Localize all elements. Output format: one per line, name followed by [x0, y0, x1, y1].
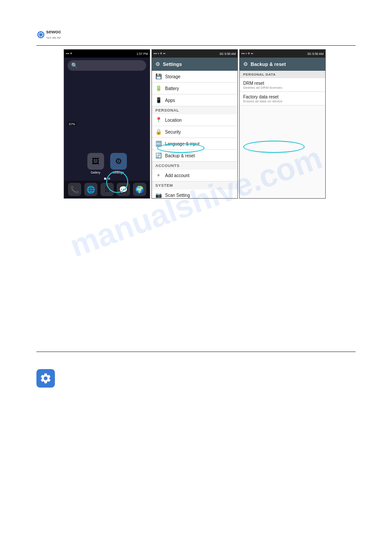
scan-icon: 📷 [155, 192, 162, 198]
dot-active [104, 178, 106, 180]
page-dots [104, 178, 110, 180]
settings-item-language[interactable]: 🔤 Language & input [152, 138, 237, 150]
battery-label: Battery [165, 86, 179, 91]
settings-item-security[interactable]: 🔒 Security [152, 126, 237, 138]
home-search-bar[interactable]: 🔍 [68, 60, 146, 71]
screenshots-container: ▪▪▪ ✈ 1:57 PM 🔍 67% 🖼 Gallery ⚙ Settings [64, 49, 326, 199]
backup-screen: ▪▪▪ ▪ ✈ ▪▪ 3G 9:56 AM ⚙ Backup & reset P… [239, 49, 326, 199]
drm-reset-subtitle: Deletes all DRM licenses [243, 86, 322, 90]
apps-dock-icon[interactable]: ⠿ [101, 183, 114, 196]
search-icon: 🔍 [71, 62, 78, 69]
factory-reset-item[interactable]: Factory data reset Erases all data on de… [240, 92, 325, 105]
settings-item-scan[interactable]: 📷 Scan Setting [152, 189, 237, 199]
add-account-icon: + [155, 172, 162, 178]
backup-icon: 🔄 [155, 152, 162, 159]
settings-icon-item[interactable]: ⚙ Settings [110, 153, 127, 174]
language-label: Language & input [165, 141, 199, 146]
status-time-3: 3G 9:56 AM [307, 52, 324, 55]
battery-icon: 🔋 [155, 85, 162, 91]
backup-header-title: Backup & reset [251, 62, 286, 67]
security-label: Security [165, 130, 181, 134]
svg-text:sewoo: sewoo [46, 29, 61, 34]
settings-item-backup[interactable]: 🔄 Backup & reset [152, 150, 237, 162]
signal-icons: ▪▪▪ ✈ [66, 52, 72, 55]
backup-header-icon: ⚙ [243, 61, 248, 67]
browser-dock-icon[interactable]: 🌐 [84, 183, 97, 196]
bottom-icon-area [36, 369, 55, 388]
home-screen: ▪▪▪ ✈ 1:57 PM 🔍 67% 🖼 Gallery ⚙ Settings [64, 49, 150, 199]
home-dock: 📞 🌐 ⠿ 💬 🌍 [64, 181, 150, 198]
phone-dock-icon[interactable]: 📞 [68, 183, 81, 196]
logo-area: sewoo YES WE MAKE IT [36, 26, 61, 43]
personal-section-label: PERSONAL [152, 106, 237, 114]
percent-badge: 67% [68, 122, 76, 126]
settings-header-title: Settings [163, 62, 182, 67]
settings-item-add-account[interactable]: + Add account [152, 170, 237, 181]
storage-label: Storage [165, 74, 180, 79]
factory-reset-subtitle: Erases all data on device [243, 99, 322, 103]
settings-gear-icon-large [36, 369, 55, 388]
home-icons: 🖼 Gallery ⚙ Settings [87, 153, 127, 174]
apps-label: Apps [165, 98, 175, 103]
status-bar-1: ▪▪▪ ✈ 1:57 PM [64, 50, 150, 58]
drm-reset-item[interactable]: DRM reset Deletes all DRM licenses [240, 78, 325, 92]
top-divider [36, 45, 356, 46]
settings-label: Settings [113, 171, 124, 174]
gear-svg [40, 372, 52, 385]
settings-icon-box: ⚙ [110, 153, 127, 170]
status-bar-2: ▪▪▪ ▪ ✈ ▪▪ 3G 9:56 AM [152, 50, 237, 58]
settings-item-battery[interactable]: 🔋 Battery [152, 83, 237, 94]
security-icon: 🔒 [155, 129, 162, 135]
location-label: Location [165, 118, 182, 123]
sewoo-logo: sewoo YES WE MAKE IT [36, 26, 61, 43]
personal-data-label: PERSONAL DATA [240, 71, 325, 78]
dot-2 [108, 178, 110, 180]
status-icons-left: ▪▪▪ ✈ [66, 52, 72, 55]
settings-header-icon: ⚙ [155, 61, 160, 67]
status-time-2: 3G 9:56 AM [219, 52, 236, 55]
gallery-label: Gallery [90, 171, 100, 174]
bottom-divider [36, 352, 356, 352]
storage-icon: 💾 [155, 73, 162, 80]
drm-reset-title: DRM reset [243, 81, 322, 86]
add-account-label: Add account [165, 173, 190, 178]
status-icons-2: ▪▪▪ ▪ ✈ ▪▪ [154, 52, 165, 55]
backup-label: Backup & reset [165, 153, 195, 158]
settings-header: ⚙ Settings [152, 58, 237, 71]
sms-dock-icon[interactable]: 💬 [117, 183, 130, 196]
location-icon: 📍 [155, 117, 162, 123]
svg-text:YES WE MAKE IT: YES WE MAKE IT [46, 36, 61, 39]
status-icons-3: ▪▪▪ ▪ ✈ ▪▪ [241, 52, 253, 55]
scan-label: Scan Setting [165, 193, 190, 198]
accounts-section-label: ACCOUNTS [152, 162, 237, 170]
apps-icon: 📱 [155, 97, 162, 103]
settings-item-storage[interactable]: 💾 Storage [152, 71, 237, 83]
globe-dock-icon[interactable]: 🌍 [133, 183, 146, 196]
gallery-icon-box: 🖼 [87, 153, 104, 170]
status-icons-left-3: ▪▪▪ ▪ ✈ ▪▪ [241, 52, 253, 55]
language-icon: 🔤 [155, 141, 162, 147]
gallery-icon-item[interactable]: 🖼 Gallery [87, 153, 104, 174]
status-time-1: 1:57 PM [137, 52, 148, 55]
status-bar-3: ▪▪▪ ▪ ✈ ▪▪ 3G 9:56 AM [240, 50, 325, 58]
settings-item-location[interactable]: 📍 Location [152, 114, 237, 126]
system-section-label: SYSTEM [152, 181, 237, 189]
factory-reset-title: Factory data reset [243, 94, 322, 99]
settings-item-apps[interactable]: 📱 Apps [152, 94, 237, 106]
settings-screen: ▪▪▪ ▪ ✈ ▪▪ 3G 9:56 AM ⚙ Settings 💾 Stora… [151, 49, 238, 199]
status-icons-left-2: ▪▪▪ ▪ ✈ ▪▪ [154, 52, 165, 55]
backup-header: ⚙ Backup & reset [240, 58, 325, 71]
